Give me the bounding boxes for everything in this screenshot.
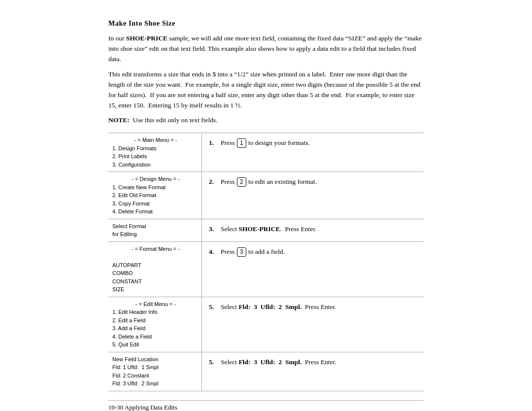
menu-item: 1. Edit Header Info <box>112 308 198 316</box>
step-number-6: 5. <box>209 357 218 368</box>
menu-title-2: - = Design Menu = - <box>112 175 198 183</box>
menu-title-4: - = Format Menu = - <box>112 245 198 253</box>
step-content-1: 1. Press 1 to design your formats. <box>202 133 424 153</box>
step-text-4: Press 3 to add a field. <box>221 247 417 257</box>
key-1: 1 <box>237 138 246 148</box>
menu-title-1: - = Main Menu = - <box>112 136 198 144</box>
screen-line <box>112 253 198 261</box>
paragraph-1: In our SHOE-PRICE sample, we will add on… <box>108 34 424 65</box>
step-text-3: Select SHOE-PRICE. Press Enter. <box>221 224 417 235</box>
step-row-1: - = Main Menu = - 1. Design Formats 2. P… <box>108 133 424 171</box>
menu-item: 4. Delete a Field <box>112 333 198 341</box>
step-number-5: 5. <box>209 302 218 312</box>
step-row-5: - = Edit Menu = - 1. Edit Header Info 2.… <box>108 297 424 352</box>
key-2: 2 <box>237 177 246 187</box>
screen-box-5: - = Edit Menu = - 1. Edit Header Info 2.… <box>108 297 202 352</box>
menu-item: 3. Add a Field <box>112 324 198 333</box>
screen-box-2: - = Design Menu = - 1. Create New Format… <box>108 172 202 219</box>
screen-line: Fld: 1 Ufld: 1 Smpl <box>112 363 198 372</box>
section-title: Make Into Shoe Size <box>108 20 424 28</box>
menu-item: 3. Copy Format <box>112 200 198 208</box>
note-text: NOTE: Use this edit only on text fields. <box>108 115 424 126</box>
steps-container: - = Main Menu = - 1. Design Formats 2. P… <box>108 133 424 391</box>
key-3: 3 <box>237 247 246 257</box>
menu-item: 1. Design Formats <box>112 144 198 153</box>
step-number-1: 1. <box>209 138 218 148</box>
screen-line: Fld: 2 Constant <box>112 372 198 380</box>
screen-line: AUTOPART <box>112 261 198 270</box>
paragraph-2: This edit transforms a size that ends in… <box>108 69 424 111</box>
menu-title-5: - = Edit Menu = - <box>112 300 198 308</box>
step-number-4: 4. <box>209 247 218 257</box>
screen-line: Select Format <box>112 222 198 231</box>
step-row-2: - = Design Menu = - 1. Create New Format… <box>108 171 424 219</box>
step-number-3: 3. <box>209 224 218 235</box>
step-text-1: Press 1 to design your formats. <box>221 138 417 148</box>
step-row-4: - = Format Menu = - AUTOPART COMBO CONST… <box>108 241 424 297</box>
screen-line: Fld: 3 Ufld: 2 Smpl <box>112 379 198 388</box>
step-text-6: Select Fld: 3 Ufld: 2 Smpl. Press Enter. <box>221 357 417 368</box>
menu-item: 2. Print Labels <box>112 152 198 161</box>
step-content-2: 2. Press 2 to edit an existing format. <box>202 172 424 192</box>
screen-line: COMBO <box>112 269 198 277</box>
screen-box-6: New Field Location Fld: 1 Ufld: 1 Smpl F… <box>108 352 202 391</box>
menu-item: 5. Quit Edit <box>112 341 198 349</box>
screen-line: for Editing <box>112 230 198 239</box>
step-text-5: Select Fld: 3 Ufld: 2 Smpl. Press Enter. <box>221 302 417 312</box>
page-container: Make Into Shoe Size In our SHOE-PRICE sa… <box>99 0 433 411</box>
step-number-2: 2. <box>209 177 218 187</box>
step-content-6: 5. Select Fld: 3 Ufld: 2 Smpl. Press Ent… <box>202 352 424 373</box>
menu-item: 2. Edit Old Format <box>112 191 198 200</box>
step-content-3: 3. Select SHOE-PRICE. Press Enter. <box>202 219 424 240</box>
screen-box-3: Select Format for Editing <box>108 219 202 241</box>
screen-line: SIZE <box>112 285 198 294</box>
footer: 10-30 Applying Data Edits <box>108 400 424 411</box>
menu-item: 2. Edit a Field <box>112 316 198 325</box>
screen-line: CONSTANT <box>112 277 198 286</box>
step-content-5: 5. Select Fld: 3 Ufld: 2 Smpl. Press Ent… <box>202 297 424 317</box>
step-text-2: Press 2 to edit an existing format. <box>221 177 417 187</box>
step-content-4: 4. Press 3 to add a field. <box>202 242 424 262</box>
step-row-6: New Field Location Fld: 1 Ufld: 1 Smpl F… <box>108 352 424 391</box>
menu-item: 4. Delete Format <box>112 207 198 216</box>
screen-box-4: - = Format Menu = - AUTOPART COMBO CONST… <box>108 242 202 297</box>
screen-box-1: - = Main Menu = - 1. Design Formats 2. P… <box>108 133 202 171</box>
menu-item: 1. Create New Format <box>112 183 198 192</box>
step-row-3: Select Format for Editing 3. Select SHOE… <box>108 219 424 241</box>
menu-item: 3. Configuration <box>112 161 198 169</box>
screen-line: New Field Location <box>112 355 198 364</box>
